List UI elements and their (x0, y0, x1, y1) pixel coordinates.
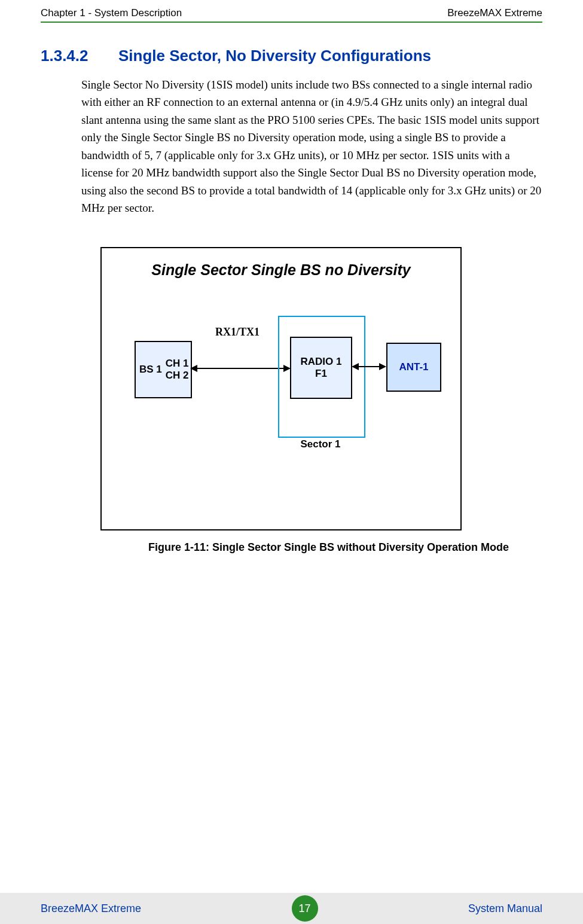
content: 1.3.4.2 Single Sector, No Diversity Conf… (0, 23, 583, 554)
footer-left: BreezeMAX Extreme (41, 902, 141, 915)
ant-label: ANT-1 (399, 361, 428, 373)
bs-ch1: CH 1 (166, 358, 189, 370)
bs-box: BS 1 CH 1 CH 2 (135, 341, 192, 398)
section-title: Single Sector, No Diversity Configuratio… (118, 47, 431, 65)
radio-box: RADIO 1 F1 (290, 337, 352, 399)
header-right: BreezeMAX Extreme (447, 7, 542, 19)
ant-box: ANT-1 (386, 343, 441, 392)
sector-label: Sector 1 (278, 438, 363, 450)
header-left: Chapter 1 - System Description (41, 7, 182, 19)
arrow-head-right-icon (379, 363, 386, 370)
rxtx-label: RX1/TX1 (215, 326, 260, 339)
page-number: 17 (292, 895, 318, 922)
figure: Single Sector Single BS no Diversity BS … (100, 247, 542, 554)
footer-right: System Manual (468, 902, 542, 915)
page-header: Chapter 1 - System Description BreezeMAX… (0, 0, 583, 22)
page: Chapter 1 - System Description BreezeMAX… (0, 0, 583, 924)
diagram-title: Single Sector Single BS no Diversity (102, 248, 460, 279)
radio-line2: F1 (291, 368, 351, 380)
diagram: Single Sector Single BS no Diversity BS … (100, 247, 462, 530)
body-paragraph: Single Sector No Diversity (1SIS model) … (81, 76, 542, 217)
arrow-head-left-icon (352, 363, 359, 370)
figure-caption: Figure 1-11: Single Sector Single BS wit… (148, 541, 542, 554)
bs-ch2: CH 2 (166, 370, 189, 382)
arrow-bs-radio (191, 368, 288, 369)
page-footer: BreezeMAX Extreme 17 System Manual (0, 893, 583, 924)
bs-label: BS 1 (136, 364, 162, 376)
bs-channels: CH 1 CH 2 (162, 358, 189, 382)
section-heading: 1.3.4.2 Single Sector, No Diversity Conf… (41, 47, 542, 65)
radio-line1: RADIO 1 (291, 356, 351, 368)
section-number: 1.3.4.2 (41, 47, 118, 65)
arrow-head-left-icon (190, 365, 197, 372)
